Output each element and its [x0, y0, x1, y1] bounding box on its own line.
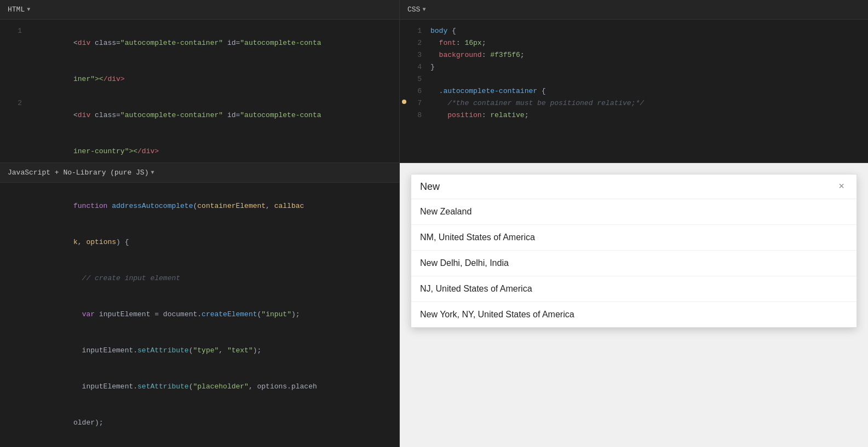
line-content: iner-country"></div>: [31, 133, 159, 162]
code-line: inputElement.setAttribute("placeholder",…: [0, 369, 399, 405]
autocomplete-item-1[interactable]: New Zealand: [411, 199, 856, 225]
js-label: JavaScript + No-Library (pure JS): [8, 169, 148, 177]
line-content: body {: [430, 25, 456, 37]
autocomplete-close-button[interactable]: ×: [835, 180, 848, 193]
line-content: /*the container must be positioned relat…: [430, 97, 644, 109]
html-label: HTML: [8, 5, 25, 14]
token: <: [73, 39, 78, 47]
code-line: 2 <div class="autocomplete-container" id…: [0, 97, 399, 133]
line-number: 7: [406, 97, 422, 109]
js-code-area: function addressAutocomplete(containerEl…: [0, 183, 399, 447]
autocomplete-item-5[interactable]: New York, NY, United States of America: [411, 302, 856, 327]
line-content: containerElement.appendChild(inputElemen…: [31, 441, 266, 447]
line-content: <div class="autocomplete-container" id="…: [31, 97, 321, 133]
autocomplete-item-4[interactable]: NJ, United States of America: [411, 276, 856, 302]
html-code-area: 1 <div class="autocomplete-container" id…: [0, 20, 399, 162]
line-number: 5: [406, 73, 422, 85]
autocomplete-item-3[interactable]: New Delhi, Delhi, India: [411, 251, 856, 276]
line-content: iner"></div>: [31, 61, 125, 97]
token: iner"><: [73, 75, 104, 83]
line-content: }: [430, 61, 435, 73]
autocomplete-item-2[interactable]: NM, United States of America: [411, 225, 856, 251]
code-line: 3 background: #f3f5f6;: [400, 49, 868, 61]
autocomplete-search-row: New ×: [411, 175, 856, 199]
token: /div>: [104, 75, 125, 83]
code-line: older);: [0, 405, 399, 441]
top-section: HTML ▼ 1 <div class="autocomplete-contai…: [0, 0, 868, 162]
token: id=: [223, 111, 240, 119]
css-dropdown-arrow[interactable]: ▼: [422, 7, 426, 13]
autocomplete-search-text[interactable]: New: [420, 181, 835, 193]
css-panel-header: CSS ▼: [400, 0, 868, 20]
line-content: inputElement.setAttribute("type", "text"…: [31, 333, 261, 369]
line-content: background: #f3f5f6;: [430, 49, 525, 61]
line-content: <div class="autocomplete-container" id="…: [31, 25, 321, 61]
token: /div>: [137, 147, 159, 155]
line-content: // create input element: [31, 260, 180, 297]
line-number: 2: [406, 37, 422, 49]
code-line: // create input element: [0, 260, 399, 297]
token: id=: [223, 39, 240, 47]
token: div: [78, 111, 90, 119]
token: div: [78, 39, 90, 47]
breakpoint-marker: [402, 100, 406, 104]
line-content: position: relative;: [430, 109, 528, 121]
token: iner-country"><: [73, 147, 137, 155]
line-number: 4: [406, 61, 422, 73]
js-panel-header: JavaScript + No-Library (pure JS) ▼: [0, 163, 399, 183]
css-label: CSS: [407, 5, 420, 14]
line-number: 8: [406, 109, 422, 121]
line-content: var inputElement = document.createElemen…: [31, 297, 300, 333]
code-line: 1 body {: [400, 25, 868, 37]
html-panel: HTML ▼ 1 <div class="autocomplete-contai…: [0, 0, 400, 162]
code-line: function addressAutocomplete(containerEl…: [0, 188, 399, 224]
line-content: font: 16px;: [430, 37, 486, 49]
css-code-area: 1 body { 2 font: 16px; 3 background: #f3…: [400, 20, 868, 162]
code-line: iner-country"></div>: [0, 133, 399, 162]
code-line: inputElement.setAttribute("type", "text"…: [0, 333, 399, 369]
html-panel-header: HTML ▼: [0, 0, 399, 20]
line-number: 3: [406, 49, 422, 61]
code-line: k, options) {: [0, 224, 399, 260]
js-dropdown-arrow[interactable]: ▼: [151, 170, 154, 176]
line-number: 2: [7, 97, 22, 109]
token: "autocomplete-conta: [240, 111, 321, 119]
line-number: 6: [406, 85, 422, 97]
code-line: 4 }: [400, 61, 868, 73]
line-content: function addressAutocomplete(containerEl…: [31, 188, 304, 224]
code-line: 7 /*the container must be positioned rel…: [400, 97, 868, 109]
html-dropdown-arrow[interactable]: ▼: [27, 7, 30, 13]
line-number: 1: [406, 25, 422, 37]
line-content: k, options) {: [31, 224, 129, 260]
code-line: 1 <div class="autocomplete-container" id…: [0, 25, 399, 61]
line-content: .autocomplete-container {: [430, 85, 546, 97]
token: "autocomplete-container": [120, 111, 223, 119]
token: "autocomplete-container": [120, 39, 223, 47]
token: class=: [90, 111, 120, 119]
token: <: [73, 111, 78, 119]
code-line: 2 font: 16px;: [400, 37, 868, 49]
token: class=: [90, 39, 120, 47]
right-panel: New × New Zealand NM, United States of A…: [400, 162, 868, 447]
line-content: older);: [31, 405, 104, 441]
code-line: 5: [400, 73, 868, 85]
code-line: var inputElement = document.createElemen…: [0, 297, 399, 333]
autocomplete-dropdown: New × New Zealand NM, United States of A…: [411, 174, 857, 328]
code-line: iner"></div>: [0, 61, 399, 97]
code-line: 6 .autocomplete-container {: [400, 85, 868, 97]
css-panel: CSS ▼ 1 body { 2 font: 16px; 3 backgroun…: [400, 0, 868, 162]
bottom-section: JavaScript + No-Library (pure JS) ▼ func…: [0, 162, 868, 447]
js-panel: JavaScript + No-Library (pure JS) ▼ func…: [0, 162, 400, 447]
code-line: 8 position: relative;: [400, 109, 868, 121]
line-content: inputElement.setAttribute("placeholder",…: [31, 369, 317, 405]
line-number: 1: [7, 25, 22, 37]
token: "autocomplete-conta: [240, 39, 321, 47]
code-line: containerElement.appendChild(inputElemen…: [0, 441, 399, 447]
